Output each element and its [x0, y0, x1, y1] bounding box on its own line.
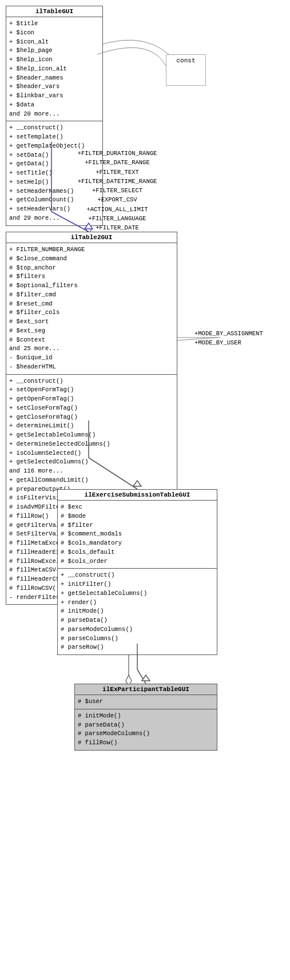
const-box: const — [166, 54, 206, 86]
il-table2-gui-title: ilTable2GUI — [6, 232, 177, 243]
il-table-gui-title: ilTableGUI — [6, 6, 102, 17]
il-exercise-submission-table-gui-title: ilExerciseSubmissionTableGUI — [58, 490, 217, 501]
il-table2-gui-attributes: + FILTER_NUMBER_RANGE # $close_command #… — [6, 243, 177, 375]
svg-line-16 — [137, 669, 146, 684]
il-exercise-submission-table-gui-box: ilExerciseSubmissionTableGUI # $exc # $m… — [57, 489, 217, 655]
const-label: const — [176, 57, 195, 64]
il-exercise-submission-table-gui-attributes: # $exc # $mode # $filter # $comment_moda… — [58, 501, 217, 569]
mode-constants: +MODE_BY_ASSIGNMENT +MODE_BY_USER — [194, 329, 286, 348]
il-exercise-submission-table-gui-methods: + __construct() + initFilter() + getSele… — [58, 569, 217, 654]
il-ex-participant-table-gui-box: ilExParticipantTableGUI # $user # initMo… — [74, 684, 217, 751]
il-table-gui-attributes: + $title + $icon + $icon_alt + $help_pag… — [6, 17, 102, 121]
il-ex-participant-table-gui-title: ilExParticipantTableGUI — [75, 684, 217, 695]
il-ex-participant-table-gui-attributes: # $user — [75, 695, 217, 709]
diagram-container: ilTableGUI + $title + $icon + $icon_alt … — [0, 0, 290, 980]
il-ex-participant-table-gui-methods: # initMode() # parseData() # parseModeCo… — [75, 709, 217, 750]
svg-marker-17 — [142, 675, 150, 681]
